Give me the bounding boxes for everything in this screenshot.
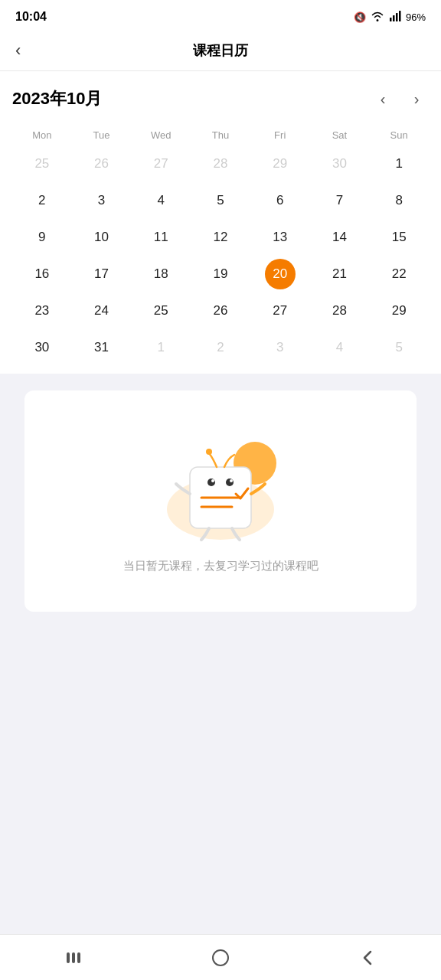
menu-icon[interactable] xyxy=(51,942,96,973)
bottom-nav xyxy=(0,934,441,980)
status-bar: 10:04 🔇 96% xyxy=(0,0,441,31)
svg-rect-15 xyxy=(72,952,75,963)
cal-day[interactable]: 27 xyxy=(131,145,191,182)
cal-day[interactable]: 11 xyxy=(131,219,191,256)
cal-day[interactable]: 30 xyxy=(12,329,72,366)
cal-day-today[interactable]: 20 xyxy=(265,259,296,289)
dow-tue: Tue xyxy=(72,125,132,145)
calendar-section: 2023年10月 ‹ › Mon Tue Wed Thu Fri Sat Sun… xyxy=(0,71,441,374)
back-nav-icon[interactable] xyxy=(345,942,390,973)
status-icons: 🔇 96% xyxy=(354,11,426,24)
dow-sun: Sun xyxy=(369,125,429,145)
cal-day[interactable]: 30 xyxy=(310,145,370,182)
calendar-month-row: 2023年10月 ‹ › xyxy=(12,87,429,111)
mute-icon: 🔇 xyxy=(354,11,366,23)
cal-day[interactable]: 27 xyxy=(250,292,310,329)
cal-day[interactable]: 24 xyxy=(72,292,132,329)
cal-day[interactable]: 28 xyxy=(310,292,370,329)
cal-day[interactable]: 9 xyxy=(12,219,72,256)
cal-day[interactable]: 23 xyxy=(12,292,72,329)
cal-day[interactable]: 29 xyxy=(369,292,429,329)
home-icon[interactable] xyxy=(198,942,243,973)
cal-day[interactable]: 5 xyxy=(191,182,250,219)
svg-rect-0 xyxy=(390,18,392,21)
cal-day[interactable]: 12 xyxy=(191,219,250,256)
cal-day[interactable]: 1 xyxy=(131,329,191,366)
dow-thu: Thu xyxy=(191,125,250,145)
prev-month-button[interactable]: ‹ xyxy=(371,87,395,111)
cal-day[interactable]: 14 xyxy=(310,219,370,256)
cal-day[interactable]: 25 xyxy=(131,292,191,329)
cal-day[interactable]: 17 xyxy=(72,256,132,292)
cal-day[interactable]: 1 xyxy=(369,145,429,182)
dow-mon: Mon xyxy=(12,125,72,145)
svg-rect-1 xyxy=(393,15,395,21)
cal-day[interactable]: 7 xyxy=(310,182,370,219)
cal-day[interactable]: 5 xyxy=(369,329,429,366)
page-title: 课程日历 xyxy=(193,41,248,60)
svg-point-13 xyxy=(206,449,212,455)
svg-rect-16 xyxy=(77,952,80,963)
cal-day[interactable]: 15 xyxy=(369,219,429,256)
svg-rect-2 xyxy=(396,13,398,21)
empty-illustration xyxy=(152,421,289,544)
back-button[interactable]: ‹ xyxy=(15,41,21,60)
cal-day[interactable]: 28 xyxy=(191,145,250,182)
svg-point-12 xyxy=(230,479,233,482)
cal-day[interactable]: 16 xyxy=(12,256,72,292)
cal-day[interactable]: 2 xyxy=(12,182,72,219)
cal-day[interactable]: 3 xyxy=(250,329,310,366)
battery-icon: 96% xyxy=(406,11,426,23)
cal-day[interactable]: 26 xyxy=(191,292,250,329)
svg-point-9 xyxy=(207,479,215,486)
cal-day[interactable]: 4 xyxy=(131,182,191,219)
cal-day[interactable]: 18 xyxy=(131,256,191,292)
signal-icon xyxy=(389,11,401,24)
cal-day[interactable]: 8 xyxy=(369,182,429,219)
status-time: 10:04 xyxy=(15,10,47,24)
empty-state-section: 当日暂无课程，去复习学习过的课程吧 xyxy=(24,390,416,612)
calendar-month-title: 2023年10月 xyxy=(12,87,102,110)
svg-point-10 xyxy=(226,479,234,486)
svg-point-11 xyxy=(211,479,214,482)
header: ‹ 课程日历 xyxy=(0,31,441,71)
dow-fri: Fri xyxy=(250,125,310,145)
cal-day[interactable]: 29 xyxy=(250,145,310,182)
empty-state-text: 当日暂无课程，去复习学习过的课程吧 xyxy=(123,559,318,573)
calendar-nav: ‹ › xyxy=(371,87,429,111)
svg-rect-3 xyxy=(399,11,401,21)
next-month-button[interactable]: › xyxy=(404,87,429,111)
wifi-icon xyxy=(371,11,384,24)
calendar-grid: Mon Tue Wed Thu Fri Sat Sun 25 26 27 28 … xyxy=(12,125,429,366)
cal-day[interactable]: 26 xyxy=(72,145,132,182)
svg-point-17 xyxy=(213,950,228,965)
cal-day[interactable]: 21 xyxy=(310,256,370,292)
cal-day[interactable]: 25 xyxy=(12,145,72,182)
cal-day[interactable]: 2 xyxy=(191,329,250,366)
cal-day[interactable]: 22 xyxy=(369,256,429,292)
cal-day[interactable]: 10 xyxy=(72,219,132,256)
cal-day[interactable]: 4 xyxy=(310,329,370,366)
cal-day[interactable]: 6 xyxy=(250,182,310,219)
cal-day[interactable]: 3 xyxy=(72,182,132,219)
svg-rect-14 xyxy=(67,952,70,963)
cal-day[interactable]: 31 xyxy=(72,329,132,366)
dow-sat: Sat xyxy=(310,125,370,145)
dow-wed: Wed xyxy=(131,125,191,145)
cal-day[interactable]: 13 xyxy=(250,219,310,256)
cal-day[interactable]: 19 xyxy=(191,256,250,292)
